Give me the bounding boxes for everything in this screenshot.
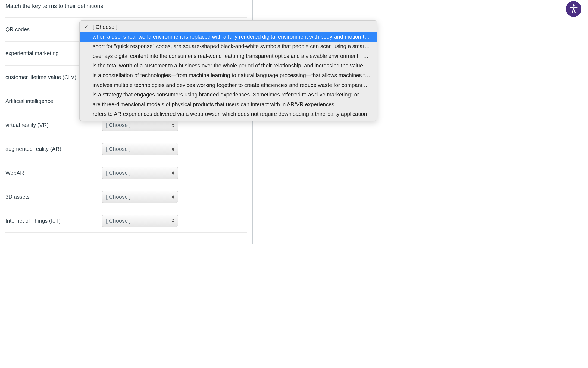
dropdown-option[interactable]: [ Choose ] (80, 22, 377, 32)
term-label: WebAR (5, 170, 102, 176)
match-row: Internet of Things (IoT)[ Choose ] (5, 209, 247, 233)
accessibility-icon (568, 3, 579, 15)
select-value: [ Choose ] (106, 122, 131, 128)
term-label: 3D assets (5, 194, 102, 200)
dropdown-option[interactable]: refers to AR experiences delivered via a… (80, 109, 377, 119)
dropdown-option[interactable]: overlays digital content into the consum… (80, 51, 377, 61)
select-value: [ Choose ] (106, 194, 131, 200)
term-label: Internet of Things (IoT) (5, 218, 102, 224)
dropdown-option[interactable]: when a user's real-world environment is … (80, 32, 377, 42)
definition-select[interactable]: [ Choose ] (102, 215, 178, 227)
select-arrows-icon (171, 123, 175, 128)
definition-select[interactable]: [ Choose ] (102, 143, 178, 155)
accessibility-button[interactable] (566, 1, 581, 17)
select-value: [ Choose ] (106, 146, 131, 152)
dropdown-option[interactable]: short for "quick response" codes, are sq… (80, 42, 377, 51)
dropdown-option[interactable]: involves multiple technologies and devic… (80, 80, 377, 90)
match-row: 3D assets[ Choose ] (5, 185, 247, 209)
select-value: [ Choose ] (106, 170, 131, 176)
match-row: augmented reality (AR)[ Choose ] (5, 137, 247, 161)
select-arrows-icon (171, 218, 175, 223)
definition-select[interactable]: [ Choose ] (102, 167, 178, 179)
select-arrows-icon (171, 146, 175, 152)
definition-select[interactable]: [ Choose ] (102, 191, 178, 203)
question-prompt: Match the key terms to their definitions… (5, 0, 247, 17)
select-arrows-icon (171, 194, 175, 200)
select-value: [ Choose ] (106, 218, 131, 224)
select-arrows-icon (171, 170, 175, 176)
term-label: virtual reality (VR) (5, 122, 102, 128)
dropdown-option[interactable]: is a strategy that engages consumers usi… (80, 90, 377, 100)
svg-point-0 (573, 4, 575, 7)
definition-dropdown[interactable]: [ Choose ]when a user's real-world envir… (79, 20, 377, 121)
dropdown-option[interactable]: is a constellation of technologies—from … (80, 71, 377, 80)
dropdown-option[interactable]: are three-dimensional models of physical… (80, 100, 377, 110)
match-row: WebAR[ Choose ] (5, 161, 247, 185)
dropdown-option[interactable]: is the total worth of a customer to a bu… (80, 61, 377, 71)
term-label: augmented reality (AR) (5, 146, 102, 152)
